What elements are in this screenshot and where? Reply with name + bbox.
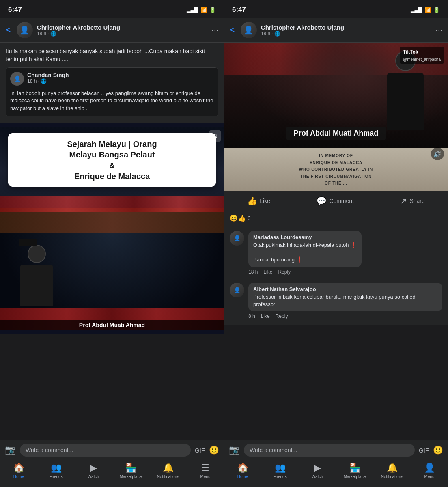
share-button[interactable]: ↗ Share xyxy=(394,193,431,209)
memorial-section: IN MEMORY OF ENRIQUE DE MALACCA WHO CONT… xyxy=(224,148,448,191)
comment-button[interactable]: 💬 Comment xyxy=(310,193,360,209)
left-panel: 6:47 ▂▄█ 📶 🔋 < 👤 Christopher Akrobetto U… xyxy=(0,0,224,487)
prof-name-display: Prof Abdul Muati Ahmad xyxy=(294,129,379,137)
comment-icon: 💬 xyxy=(317,196,327,206)
prof-name-overlay: Prof Abdul Muati Ahmad xyxy=(224,127,448,140)
comment-reply-2[interactable]: Reply xyxy=(276,313,288,319)
header-name-left: Christopher Akrobetto Ujang xyxy=(37,24,207,31)
person-body xyxy=(387,73,424,130)
reaction-count: 6 xyxy=(248,215,250,221)
gif-btn-left[interactable]: GIF xyxy=(195,447,205,454)
comment-like-2[interactable]: Like xyxy=(261,313,270,319)
nav-marketplace-label-left: Marketplace xyxy=(120,474,142,479)
title-card: Sejarah Melayu | Orang Melayu Bangsa Pel… xyxy=(8,133,216,187)
comment-author-1: Mariadass Lourdesamy xyxy=(253,234,357,240)
tiktok-handle: @mehmet_arifpasha xyxy=(403,57,441,62)
wifi-icon-right: 📶 xyxy=(424,7,431,13)
signal-icon-right: ▂▄█ xyxy=(411,7,422,13)
volume-button[interactable]: 🔊 xyxy=(431,147,444,160)
menu-icon-right: 👤 xyxy=(424,463,435,473)
comment-field-left[interactable]: Write a comment... xyxy=(20,444,191,457)
nav-menu-label-right: Menu xyxy=(424,474,434,479)
copy-icon-left[interactable]: ⧉ xyxy=(209,130,221,142)
bottom-nav-left: 🏠 Home 👥 Friends ▶ Watch 🏪 Marketplace 🔔… xyxy=(0,460,224,487)
nav-friends-right[interactable]: 👥 Friends xyxy=(268,463,292,479)
scroll-area-left[interactable]: Itu la makan belacan banyak banyak sudah… xyxy=(0,43,224,440)
speaker-head xyxy=(28,245,46,263)
nav-watch-left[interactable]: ▶ Watch xyxy=(81,463,106,479)
tiktok-label: TikTok xyxy=(403,49,418,55)
nav-home-left[interactable]: 🏠 Home xyxy=(6,463,31,479)
video-section-left: Sejarah Melayu | Orang Melayu Bangsa Pel… xyxy=(0,123,224,334)
status-bar-right: 6:47 ▂▄█ 📶 🔋 xyxy=(224,0,448,18)
nav-notifications-left[interactable]: 🔔 Notifications xyxy=(156,463,180,479)
post-header-right: < 👤 Christopher Akrobetto Ujang 18 h · 🌐… xyxy=(224,18,448,43)
watch-icon-right: ▶ xyxy=(314,463,321,473)
post-body-left: Itu la makan belacan banyak banyak sudah… xyxy=(0,43,224,123)
prof-name-badge-left: Prof Abdul Muati Ahmad xyxy=(0,320,224,330)
status-icons-left: ▂▄█ 📶 🔋 xyxy=(187,7,216,13)
post-header-left: < 👤 Christopher Akrobetto Ujang 18 h · 🌐… xyxy=(0,18,224,43)
friends-icon-left: 👥 xyxy=(51,463,62,473)
card-line2: Melayu Bangsa Pelaut xyxy=(15,149,209,160)
share-icon: ↗ xyxy=(400,196,407,206)
reaction-emojis: 😄👍 xyxy=(230,214,246,222)
reactions-row: 😄👍 6 xyxy=(224,211,448,225)
shared-post-info: Chandan Singh 18 h · 🌐 xyxy=(27,72,69,84)
nav-home-right[interactable]: 🏠 Home xyxy=(230,463,255,479)
more-button-right[interactable]: ··· xyxy=(435,26,442,35)
camera-icon-right[interactable]: 📷 xyxy=(229,445,240,455)
nav-marketplace-right[interactable]: 🏪 Marketplace xyxy=(342,463,367,479)
speaker-scene: Prof Abdul Muati Ahmad xyxy=(0,233,224,330)
comment-avatar-img-1: 👤 xyxy=(230,231,244,246)
comment-text-2: Professor ni baik kena celupar buruk.. m… xyxy=(253,293,437,308)
notifications-icon-left: 🔔 xyxy=(163,463,174,473)
shared-author: Chandan Singh xyxy=(27,72,69,78)
emoji-btn-right[interactable]: 🙂 xyxy=(433,445,443,455)
tiktok-watermark: TikTok @mehmet_arifpasha xyxy=(400,47,444,64)
tiktok-video-frame: Prof Abdul Muati Ahmad TikTok @mehmet_ar… xyxy=(224,43,448,148)
comment-actions-2: 8 h Like Reply xyxy=(248,313,442,319)
comment-time-1: 18 h xyxy=(248,269,258,275)
nav-friends-left[interactable]: 👥 Friends xyxy=(44,463,68,479)
card-line1: Sejarah Melayu | Orang xyxy=(15,139,209,149)
emoji-btn-left[interactable]: 🙂 xyxy=(209,445,219,455)
camera-icon-left[interactable]: 📷 xyxy=(5,445,16,455)
card-amp: & xyxy=(15,162,209,170)
signal-icon: ▂▄█ xyxy=(187,7,198,13)
home-icon-left: 🏠 xyxy=(13,463,24,473)
nav-menu-right[interactable]: 👤 Menu xyxy=(417,463,442,479)
more-button-left[interactable]: ··· xyxy=(211,26,218,35)
comment-reply-1[interactable]: Reply xyxy=(278,269,291,275)
post-text-left: Itu la makan belacan banyak banyak sudah… xyxy=(6,47,218,63)
nav-notifications-right[interactable]: 🔔 Notifications xyxy=(380,463,404,479)
header-info-left: Christopher Akrobetto Ujang 18 h · 🌐 xyxy=(37,24,207,37)
speaker-silhouette xyxy=(12,245,61,310)
speaker-body xyxy=(20,265,53,306)
comment-item-2: 👤 Albert Nathan Selvarajoo Professor ni … xyxy=(224,279,448,323)
nav-marketplace-left[interactable]: 🏪 Marketplace xyxy=(118,463,143,479)
shared-post-header: 👤 Chandan Singh 18 h · 🌐 xyxy=(6,68,218,90)
back-button-right[interactable]: < xyxy=(230,25,235,35)
nav-notifications-label-left: Notifications xyxy=(157,474,179,479)
comment-content-1: Mariadass Lourdesamy Otak pukimak ini ad… xyxy=(248,231,362,275)
nav-menu-left[interactable]: ☰ Menu xyxy=(193,463,218,479)
back-button-left[interactable]: < xyxy=(6,25,11,35)
comments-section: 👤 Mariadass Lourdesamy Otak pukimak ini … xyxy=(224,225,448,325)
like-button[interactable]: 👍 Like xyxy=(241,193,277,209)
lecture-video: Sejarah Melayu | Orang Melayu Bangsa Pel… xyxy=(0,127,224,233)
comment-field-right[interactable]: Write a comment... xyxy=(244,444,415,457)
comment-avatar-2: 👤 xyxy=(230,283,244,297)
avatar-left: 👤 xyxy=(17,22,33,38)
header-meta-right: 18 h · 🌐 xyxy=(261,31,431,37)
nav-watch-right[interactable]: ▶ Watch xyxy=(305,463,330,479)
nav-friends-label-left: Friends xyxy=(49,474,62,479)
scroll-area-right[interactable]: Prof Abdul Muati Ahmad TikTok @mehmet_ar… xyxy=(224,43,448,440)
gif-btn-right[interactable]: GIF xyxy=(419,447,429,454)
hat-detail xyxy=(19,239,37,246)
marketplace-icon-left: 🏪 xyxy=(125,463,136,473)
nav-home-label-right: Home xyxy=(237,474,248,479)
comment-content-2: Albert Nathan Selvarajoo Professor ni ba… xyxy=(248,283,442,319)
comment-like-1[interactable]: Like xyxy=(263,269,272,275)
comment-actions-1: 18 h Like Reply xyxy=(248,269,362,275)
